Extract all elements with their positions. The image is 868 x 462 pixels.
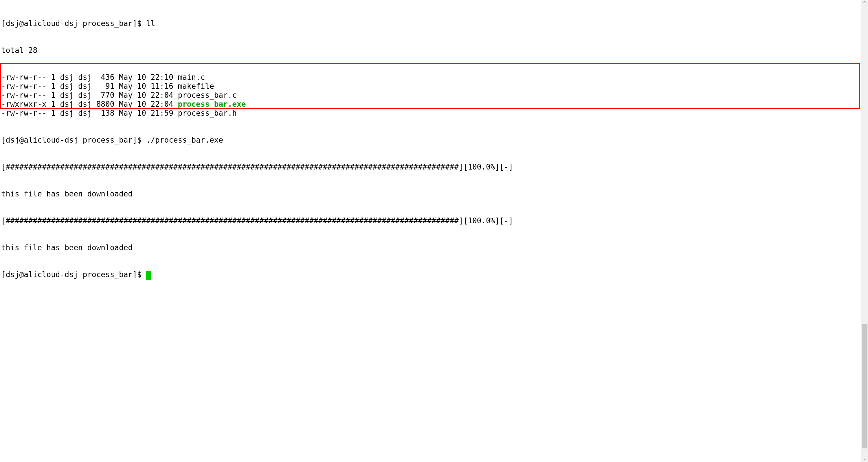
terminal-viewport: [dsj@alicloud-dsj process_bar]$ ll total… — [0, 0, 868, 462]
progress-line-2: [#######################################… — [1, 217, 867, 225]
command-run: ./process_bar.exe — [146, 136, 223, 144]
prompt-line-run: [dsj@alicloud-dsj process_bar]$ ./proces… — [1, 136, 867, 145]
prompt-line-ll: [dsj@alicloud-dsj process_bar]$ ll — [1, 19, 867, 28]
file-meta: -rw-rw-r-- 1 dsj dsj 436 May 10 22:10 — [1, 73, 178, 81]
cursor-icon — [146, 271, 151, 280]
command-ll: ll — [146, 19, 155, 28]
prompt-text: [dsj@alicloud-dsj process_bar]$ — [1, 19, 146, 28]
prompt-line-empty: [dsj@alicloud-dsj process_bar]$ — [1, 270, 867, 279]
file-listing-row: -rwxrwxr-x 1 dsj dsj 8800 May 10 22:04 p… — [1, 100, 867, 109]
progress-line-1: [#######################################… — [1, 163, 867, 171]
file-meta: -rw-rw-r-- 1 dsj dsj 770 May 10 22:04 — [1, 91, 178, 100]
file-listing-row: -rw-rw-r-- 1 dsj dsj 138 May 10 21:59 pr… — [1, 109, 867, 118]
file-name-executable: process_bar.exe — [178, 100, 246, 108]
file-meta: -rw-rw-r-- 1 dsj dsj 138 May 10 21:59 — [1, 109, 178, 118]
prompt-text: [dsj@alicloud-dsj process_bar]$ — [1, 136, 146, 144]
scrollbar-track[interactable]: ^ v — [861, 0, 868, 462]
terminal-output[interactable]: [dsj@alicloud-dsj process_bar]$ ll total… — [0, 0, 868, 297]
file-listing-row: -rw-rw-r-- 1 dsj dsj 770 May 10 22:04 pr… — [1, 91, 867, 100]
file-listing-row: -rw-rw-r-- 1 dsj dsj 91 May 10 11:16 mak… — [1, 82, 867, 91]
scroll-up-arrow-icon[interactable]: ^ — [861, 0, 868, 6]
scrollbar-thumb[interactable] — [862, 324, 867, 449]
done-line-2: this file has been downloaded — [1, 243, 867, 252]
file-name: makefile — [178, 82, 214, 91]
file-meta: -rw-rw-r-- 1 dsj dsj 91 May 10 11:16 — [1, 82, 178, 91]
file-meta: -rwxrwxr-x 1 dsj dsj 8800 May 10 22:04 — [1, 100, 178, 108]
total-line: total 28 — [1, 46, 867, 55]
scroll-down-arrow-icon[interactable]: v — [861, 456, 868, 462]
prompt-text: [dsj@alicloud-dsj process_bar]$ — [1, 270, 146, 279]
file-name: main.c — [178, 73, 205, 81]
file-name: process_bar.c — [178, 91, 237, 100]
file-listing-row: -rw-rw-r-- 1 dsj dsj 436 May 10 22:10 ma… — [1, 73, 867, 82]
file-name: process_bar.h — [178, 109, 237, 118]
done-line-1: this file has been downloaded — [1, 190, 867, 198]
